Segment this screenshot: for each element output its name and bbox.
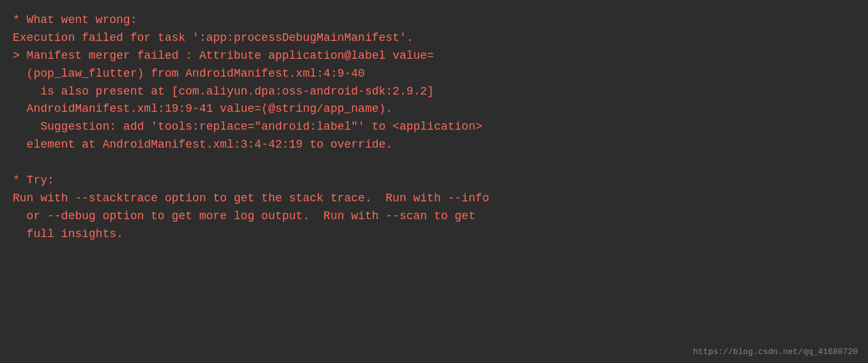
terminal-line: AndroidManifest.xml:19:9-41 value=(@stri…	[13, 100, 855, 118]
terminal-container: * What went wrong:Execution failed for t…	[0, 0, 868, 363]
terminal-line: * What went wrong:	[13, 12, 855, 29]
error-output: * What went wrong:Execution failed for t…	[13, 12, 855, 243]
terminal-line: is also present at [com.aliyun.dpa:oss-a…	[13, 83, 855, 101]
terminal-line: Run with --stacktrace option to get the …	[13, 190, 855, 208]
terminal-line: full insights.	[13, 226, 855, 243]
terminal-line: > Manifest merger failed : Attribute app…	[13, 47, 855, 65]
terminal-line: (pop_law_flutter) from AndroidManifest.x…	[13, 65, 855, 83]
watermark: https://blog.csdn.net/qq_41680720	[694, 347, 858, 357]
terminal-line: element at AndroidManifest.xml:3:4-42:19…	[13, 136, 855, 154]
terminal-line: or --debug option to get more log output…	[13, 208, 855, 226]
terminal-line: * Try:	[13, 172, 855, 190]
terminal-line	[13, 154, 855, 172]
terminal-line: Suggestion: add 'tools:replace="android:…	[13, 118, 855, 136]
terminal-line: Execution failed for task ':app:processD…	[13, 29, 855, 47]
